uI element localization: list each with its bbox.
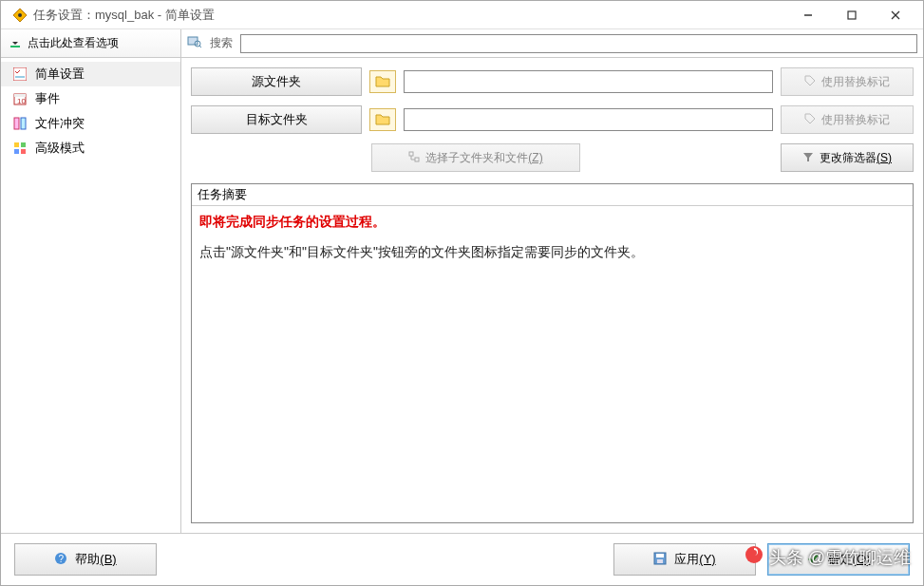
folder-icon	[375, 112, 390, 128]
svg-line-21	[199, 46, 201, 47]
svg-rect-16	[21, 142, 26, 147]
conflict-icon	[12, 116, 28, 131]
sidebar: 点击此处查看选项 简单设置 10 事件 文件冲突 高级模式	[1, 29, 181, 533]
search-input[interactable]	[240, 34, 917, 53]
apply-button[interactable]: 应用(Y)	[613, 543, 756, 576]
nav-label: 简单设置	[35, 66, 85, 83]
svg-rect-28	[656, 554, 664, 558]
search-row: 搜索	[181, 29, 923, 58]
ok-button[interactable]: 确定(O)	[767, 543, 910, 576]
nav-item-events[interactable]: 10 事件	[1, 86, 180, 111]
svg-rect-18	[21, 149, 26, 154]
nav-label: 文件冲突	[35, 115, 85, 132]
main-panel: 搜索 源文件夹 使用替换标记 目标文件夹	[181, 29, 923, 533]
target-replace-button[interactable]: 使用替换标记	[781, 105, 914, 134]
titlebar: 任务设置：mysql_bak - 简单设置	[1, 1, 923, 29]
minimize-button[interactable]	[786, 1, 830, 29]
folder-icon	[375, 74, 390, 90]
svg-rect-8	[13, 67, 27, 81]
calendar-icon: 10	[12, 91, 28, 106]
source-folder-button[interactable]: 源文件夹	[191, 67, 362, 96]
svg-point-1	[18, 13, 22, 17]
nav-label: 事件	[35, 90, 60, 107]
svg-rect-17	[14, 149, 19, 154]
nav-list: 简单设置 10 事件 文件冲突 高级模式	[1, 58, 180, 164]
search-label: 搜索	[210, 35, 233, 51]
nav-item-conflict[interactable]: 文件冲突	[1, 111, 180, 136]
tree-icon	[408, 151, 420, 165]
svg-rect-29	[657, 559, 663, 563]
summary-hint: 点击"源文件夹"和"目标文件夹"按钮旁的文件夹图标指定需要同步的文件夹。	[199, 244, 905, 261]
source-replace-button[interactable]: 使用替换标记	[781, 67, 914, 96]
tag-icon	[804, 75, 816, 89]
nav-label: 高级模式	[35, 140, 85, 157]
save-icon	[653, 552, 667, 568]
svg-rect-6	[10, 46, 20, 47]
change-filter-button[interactable]: 更改筛选器(S)	[781, 143, 914, 172]
grid-icon	[12, 141, 28, 156]
svg-rect-14	[21, 118, 26, 129]
svg-text:?: ?	[59, 554, 65, 564]
source-browse-button[interactable]	[369, 70, 396, 93]
search-icon	[187, 34, 202, 52]
options-label: 点击此处查看选项	[28, 35, 119, 51]
check-icon	[807, 552, 820, 568]
svg-rect-23	[415, 158, 419, 161]
select-subfolders-button[interactable]: 选择子文件夹和文件(Z)	[371, 143, 580, 172]
checklist-icon	[12, 66, 28, 82]
download-icon	[9, 35, 22, 51]
help-icon: ?	[54, 552, 67, 568]
svg-rect-3	[848, 11, 856, 19]
summary-body: 即将完成同步任务的设置过程。 点击"源文件夹"和"目标文件夹"按钮旁的文件夹图标…	[192, 206, 913, 522]
source-path-input[interactable]	[404, 70, 773, 93]
summary-box: 任务摘要 即将完成同步任务的设置过程。 点击"源文件夹"和"目标文件夹"按钮旁的…	[191, 183, 914, 523]
filter-icon	[802, 151, 814, 165]
target-folder-button[interactable]: 目标文件夹	[191, 105, 362, 134]
svg-rect-22	[409, 152, 413, 156]
target-path-input[interactable]	[404, 108, 773, 131]
summary-title: 任务摘要	[192, 184, 913, 206]
svg-rect-15	[14, 142, 19, 147]
nav-item-advanced[interactable]: 高级模式	[1, 136, 180, 161]
target-browse-button[interactable]	[369, 108, 396, 131]
svg-marker-7	[12, 36, 18, 45]
options-toggle[interactable]: 点击此处查看选项	[1, 29, 180, 58]
maximize-button[interactable]	[830, 1, 874, 29]
svg-rect-13	[14, 118, 19, 129]
help-button[interactable]: ? 帮助(B)	[14, 543, 157, 576]
summary-warning: 即将完成同步任务的设置过程。	[199, 214, 905, 231]
footer: ? 帮助(B) 应用(Y) 确定(O)	[1, 533, 923, 585]
svg-text:10: 10	[17, 97, 26, 105]
nav-item-simple[interactable]: 简单设置	[1, 62, 180, 86]
svg-marker-24	[803, 153, 813, 161]
window-title: 任务设置：mysql_bak - 简单设置	[33, 7, 786, 24]
app-icon	[12, 8, 28, 23]
close-button[interactable]	[874, 1, 917, 29]
tag-icon	[804, 113, 816, 127]
